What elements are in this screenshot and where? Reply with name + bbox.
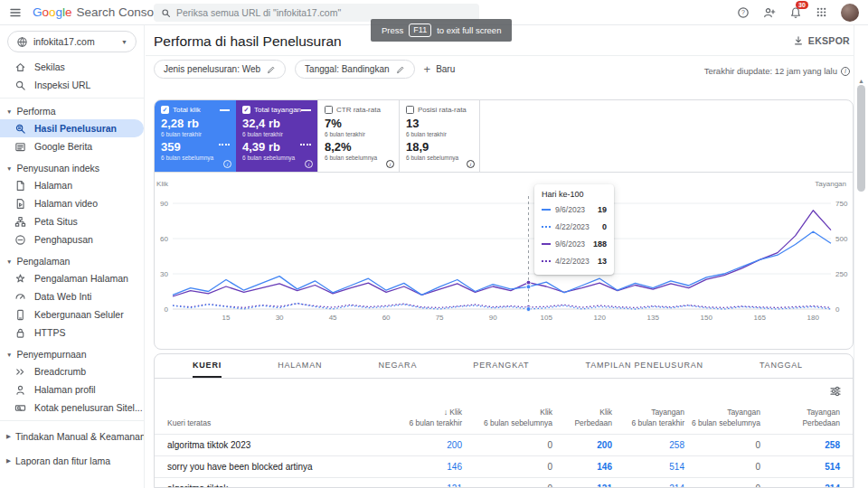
help-icon[interactable]: ? bbox=[737, 6, 750, 19]
chevron-down-icon: ▼ bbox=[6, 258, 12, 265]
tooltip-date: 4/22/2023 bbox=[555, 257, 590, 266]
cell-value: 514 bbox=[612, 462, 684, 472]
sidebar-item-data-web-inti[interactable]: Data Web Inti bbox=[0, 287, 144, 305]
table-row[interactable]: algoritma tiktok 202320002002580258 bbox=[155, 435, 853, 456]
sidebar-section-tindakan-manual-keamanan[interactable]: ▶Tindakan Manual & Keamanan bbox=[0, 427, 144, 446]
svg-text:Tayangan: Tayangan bbox=[815, 180, 846, 188]
line-chart[interactable]: 0306090025050075015304560759010512013515… bbox=[155, 174, 854, 350]
column-header-tayangan-perbedaan[interactable]: TayanganPerbedaan bbox=[760, 408, 840, 428]
column-header-klik-perbedaan[interactable]: KlikPerbedaan bbox=[552, 408, 612, 428]
sidebar-divider bbox=[0, 98, 144, 99]
tab-perangkat[interactable]: PERANGKAT bbox=[473, 354, 529, 378]
cell-value: 214 bbox=[760, 483, 840, 488]
filter-chip-0[interactable]: Jenis penelusuran: Web bbox=[154, 60, 286, 79]
checkbox-icon[interactable]: ✓ bbox=[161, 106, 169, 114]
checkbox-icon[interactable] bbox=[325, 106, 333, 114]
cell-kueri[interactable]: algoritma tiktok 2023 bbox=[167, 440, 372, 450]
metric-card-total-tayangan[interactable]: ✓Total tayangan32,4 rb6 bulan terakhir4,… bbox=[236, 100, 317, 172]
edit-icon[interactable] bbox=[396, 65, 405, 74]
filter-chip-1[interactable]: Tanggal: Bandingkan bbox=[295, 60, 414, 79]
sidebar-item-kebergunaan-seluler[interactable]: Kebergunaan Seluler bbox=[0, 305, 144, 324]
metric-value-current: 2,28 rb bbox=[161, 117, 230, 130]
table-row[interactable]: algoritma tiktok12101212140214 bbox=[155, 478, 853, 488]
sidebar-item-halaman-profil[interactable]: Halaman profil bbox=[0, 380, 144, 399]
metric-card-total-klik[interactable]: ✓Total klik2,28 rb6 bulan terakhir3596 b… bbox=[155, 100, 236, 172]
info-icon[interactable]: i bbox=[841, 67, 850, 76]
filter-tune-icon[interactable] bbox=[829, 385, 842, 398]
solid-line-legend bbox=[542, 209, 551, 211]
scroll-up-icon[interactable]: ▲ bbox=[858, 78, 864, 84]
avatar[interactable] bbox=[841, 4, 859, 22]
sidebar-section-penyusunan-indeks[interactable]: ▼Penyusunan indeks bbox=[0, 160, 144, 176]
cell-kueri[interactable]: algoritma tiktok bbox=[167, 483, 372, 488]
search-input[interactable] bbox=[176, 7, 472, 18]
sidebar-item-https[interactable]: HTTPS bbox=[0, 324, 144, 342]
notifications-bell-icon[interactable]: 30 bbox=[789, 6, 802, 19]
svg-text:750: 750 bbox=[835, 200, 848, 208]
tab-kueri[interactable]: KUERI bbox=[193, 354, 222, 378]
metric-title: Total klik bbox=[173, 106, 201, 114]
apps-grid-icon[interactable] bbox=[816, 6, 827, 18]
metric-label-previous: 6 bulan sebelumnya bbox=[406, 155, 473, 161]
metric-label-current: 6 bulan terakhir bbox=[161, 131, 230, 137]
tab-halaman[interactable]: HALAMAN bbox=[278, 354, 322, 378]
cell-value: 146 bbox=[552, 462, 612, 472]
table-panel: KUERIHALAMANNEGARAPERANGKATTAMPILAN PENE… bbox=[154, 353, 854, 488]
sidebar-section-penyempurnaan[interactable]: ▼Penyempurnaan bbox=[0, 346, 144, 362]
scrollbar[interactable]: ▲ bbox=[854, 25, 868, 488]
column-header-tayangan-6-bulan-terakhir[interactable]: Tayangan6 bulan terakhir bbox=[612, 408, 684, 428]
svg-text:90: 90 bbox=[160, 200, 168, 208]
scrollbar-thumb[interactable] bbox=[857, 85, 865, 192]
sidebar-item-halaman-video[interactable]: Halaman video bbox=[0, 194, 144, 212]
sidebar-item-google-berita[interactable]: Google Berita bbox=[0, 137, 144, 155]
metric-title: Total tayangan bbox=[254, 106, 301, 114]
property-selector[interactable]: infokita17.com ▼ bbox=[7, 31, 137, 52]
sidebar-item-halaman[interactable]: Halaman bbox=[0, 176, 144, 194]
sidebar-nav: SekilasInspeksi URL▼PerformaHasil Penelu… bbox=[0, 58, 144, 470]
metric-card-ctr-rata-rata[interactable]: CTR rata-rata7%6 bulan terakhir8,2%6 bul… bbox=[317, 100, 399, 172]
info-icon[interactable]: i bbox=[386, 160, 394, 168]
sidebar-section-pengalaman[interactable]: ▼Pengalaman bbox=[0, 253, 144, 269]
sidebar-item-kotak-penelusuran-sitel[interactable]: Kotak penelusuran Sitel... bbox=[0, 399, 144, 417]
edit-icon[interactable] bbox=[267, 65, 276, 74]
sidebar-item-hasil-penelusuran[interactable]: Hasil Penelusuran bbox=[0, 119, 144, 137]
table-row[interactable]: sorry you have been blocked artinya14601… bbox=[155, 456, 853, 478]
cell-value: 0 bbox=[462, 462, 552, 472]
column-header-klik-6-bulan-terakhir[interactable]: ↓Klik6 bulan terakhir bbox=[372, 407, 462, 428]
sidebar-section-performa[interactable]: ▼Performa bbox=[0, 103, 144, 119]
svg-text:150: 150 bbox=[701, 314, 713, 322]
performance-chart[interactable]: 0306090025050075015304560759010512013515… bbox=[155, 174, 853, 349]
new-filter-button[interactable]: +Baru bbox=[424, 62, 456, 76]
add-user-icon[interactable] bbox=[763, 6, 776, 19]
column-header-tayangan-6-bulan-sebelumnya[interactable]: Tayangan6 bulan sebelumnya bbox=[684, 408, 760, 428]
cell-value: 200 bbox=[552, 440, 612, 450]
export-button[interactable]: EKSPOR bbox=[793, 35, 850, 46]
column-header-klik-6-bulan-sebelumnya[interactable]: Klik6 bulan sebelumnya bbox=[462, 408, 552, 428]
checkbox-icon[interactable]: ✓ bbox=[242, 106, 250, 114]
info-icon[interactable]: i bbox=[305, 160, 313, 168]
search-icon bbox=[161, 8, 171, 18]
info-icon[interactable]: i bbox=[223, 160, 231, 168]
info-icon[interactable]: i bbox=[467, 160, 475, 168]
metric-card-posisi-rata-rata[interactable]: Posisi rata-rata136 bulan terakhir18,96 … bbox=[399, 100, 480, 172]
tab-tanggal[interactable]: TANGGAL bbox=[760, 354, 803, 378]
main-content: Performa di hasil Penelusuran EKSPOR Jen… bbox=[146, 25, 854, 488]
tooltip-row: 9/6/2023188 bbox=[542, 235, 607, 252]
sidebar-item-pengalaman-halaman[interactable]: Pengalaman Halaman bbox=[0, 269, 144, 287]
column-header-kueri-teratas[interactable]: Kueri teratas bbox=[167, 418, 372, 428]
table-tabs: KUERIHALAMANNEGARAPERANGKATTAMPILAN PENE… bbox=[155, 354, 853, 379]
svg-text:250: 250 bbox=[835, 270, 848, 278]
sidebar-item-peta-situs[interactable]: Peta Situs bbox=[0, 212, 144, 230]
sidebar-section-laporan-dan-fitur-lama[interactable]: ▶Laporan dan fitur lama bbox=[0, 452, 144, 470]
tab-negara[interactable]: NEGARA bbox=[378, 354, 417, 378]
svg-text:0: 0 bbox=[165, 305, 169, 314]
menu-icon[interactable] bbox=[9, 6, 22, 19]
cell-kueri[interactable]: sorry you have been blocked artinya bbox=[167, 462, 372, 472]
sidebar: infokita17.com ▼ SekilasInspeksi URL▼Per… bbox=[0, 25, 145, 488]
tab-tampilan-penelusuran[interactable]: TAMPILAN PENELUSURAN bbox=[586, 354, 703, 378]
sidebar-item-penghapusan[interactable]: Penghapusan bbox=[0, 230, 144, 249]
sidebar-item-sekilas[interactable]: Sekilas bbox=[0, 58, 144, 76]
sidebar-item-inspeksi-url[interactable]: Inspeksi URL bbox=[0, 76, 144, 94]
checkbox-icon[interactable] bbox=[406, 106, 414, 114]
sidebar-item-breadcrumb[interactable]: Breadcrumb bbox=[0, 362, 144, 380]
